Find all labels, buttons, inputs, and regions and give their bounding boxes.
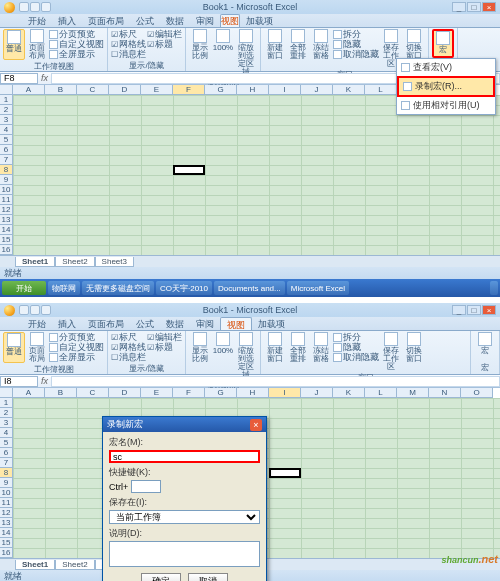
col-header[interactable]: C xyxy=(77,85,109,95)
taskbar-item[interactable]: Microsoft Excel xyxy=(287,281,349,295)
page-layout-button[interactable]: 页面布局 xyxy=(26,29,48,60)
col-header[interactable]: C xyxy=(77,388,109,398)
zoom-selection-button[interactable]: 缩放到选定区域 xyxy=(235,29,257,76)
select-all-corner[interactable] xyxy=(0,85,13,95)
col-header[interactable]: H xyxy=(237,85,269,95)
new-window-button[interactable]: 新建窗口 xyxy=(264,332,286,371)
col-header[interactable]: F xyxy=(173,85,205,95)
col-header[interactable]: D xyxy=(109,388,141,398)
macros-button[interactable]: 宏 xyxy=(432,29,454,58)
tab-insert[interactable]: 插入 xyxy=(52,317,82,330)
row-header[interactable]: 8 xyxy=(0,468,13,478)
tab-review[interactable]: 审阅 xyxy=(190,14,220,27)
msgbar-check[interactable]: ☐消息栏 xyxy=(111,352,146,362)
row-header[interactable]: 12 xyxy=(0,508,13,518)
taskbar-item[interactable]: CO天宇·2010 xyxy=(156,281,212,295)
row-header[interactable]: 15 xyxy=(0,538,13,548)
record-macro-item[interactable]: 录制宏(R)... xyxy=(397,76,495,97)
zoom-selection-button[interactable]: 缩放到选定区域 xyxy=(235,332,257,379)
tab-data[interactable]: 数据 xyxy=(160,317,190,330)
row-header[interactable]: 15 xyxy=(0,235,13,245)
fx-button[interactable]: fx xyxy=(38,73,51,83)
sheet-tab-1[interactable]: Sheet1 xyxy=(15,257,55,267)
start-button[interactable]: 开始 xyxy=(2,281,46,295)
row-header[interactable]: 2 xyxy=(0,105,13,115)
row-header[interactable]: 2 xyxy=(0,408,13,418)
col-header[interactable]: K xyxy=(333,388,365,398)
row-header[interactable]: 14 xyxy=(0,225,13,235)
col-header[interactable]: B xyxy=(45,85,77,95)
qat-redo-icon[interactable] xyxy=(41,2,51,12)
save-workspace-button[interactable]: 保存工作区 xyxy=(380,332,402,371)
name-box[interactable]: I8 xyxy=(0,376,38,387)
dialog-close-button[interactable]: × xyxy=(250,419,262,431)
col-header[interactable]: J xyxy=(301,388,333,398)
close-button[interactable]: × xyxy=(482,2,496,12)
description-input[interactable] xyxy=(109,541,260,567)
col-header[interactable]: E xyxy=(141,388,173,398)
col-header[interactable]: N xyxy=(429,388,461,398)
office-button[interactable] xyxy=(4,2,15,13)
msgbar-check[interactable]: ☐消息栏 xyxy=(111,49,146,59)
fx-button[interactable]: fx xyxy=(38,376,51,386)
col-header[interactable]: B xyxy=(45,388,77,398)
view-macros-item[interactable]: 查看宏(V) xyxy=(397,59,495,76)
sheet-tab-2[interactable]: Sheet2 xyxy=(55,560,94,570)
row-header[interactable]: 5 xyxy=(0,438,13,448)
sheet-tab-1[interactable]: Sheet1 xyxy=(15,560,55,570)
dialog-titlebar[interactable]: 录制新宏 × xyxy=(103,417,266,432)
qat-undo-icon[interactable] xyxy=(30,305,40,315)
close-button[interactable]: × xyxy=(482,305,496,315)
col-header[interactable]: E xyxy=(141,85,173,95)
sheet-tab-3[interactable]: Sheet3 xyxy=(95,257,134,267)
row-header[interactable]: 4 xyxy=(0,428,13,438)
row-header[interactable]: 13 xyxy=(0,215,13,225)
maximize-button[interactable]: □ xyxy=(467,305,481,315)
tab-addins[interactable]: 加载项 xyxy=(252,317,291,330)
taskbar-item[interactable]: Documents and... xyxy=(214,281,285,295)
qat-redo-icon[interactable] xyxy=(41,305,51,315)
qat-undo-icon[interactable] xyxy=(30,2,40,12)
active-cell[interactable] xyxy=(173,165,205,175)
tab-home[interactable]: 开始 xyxy=(22,317,52,330)
formula-input[interactable] xyxy=(51,376,500,387)
row-header[interactable]: 7 xyxy=(0,458,13,468)
minimize-button[interactable]: _ xyxy=(452,2,466,12)
active-cell[interactable] xyxy=(269,468,301,478)
normal-view-button[interactable]: 普通 xyxy=(3,29,25,60)
col-header[interactable]: A xyxy=(13,85,45,95)
row-header[interactable]: 9 xyxy=(0,478,13,488)
row-header[interactable]: 7 xyxy=(0,155,13,165)
row-header[interactable]: 10 xyxy=(0,185,13,195)
unhide-button[interactable]: 取消隐藏 xyxy=(333,49,379,59)
freeze-panes-button[interactable]: 冻结窗格 xyxy=(310,332,332,371)
col-header[interactable]: D xyxy=(109,85,141,95)
row-header[interactable]: 11 xyxy=(0,195,13,205)
page-layout-button[interactable]: 页面布局 xyxy=(26,332,48,363)
tab-addins[interactable]: 加载项 xyxy=(240,14,279,27)
row-header[interactable]: 6 xyxy=(0,448,13,458)
macro-name-input[interactable] xyxy=(109,450,260,463)
row-header[interactable]: 13 xyxy=(0,518,13,528)
row-header[interactable]: 3 xyxy=(0,418,13,428)
col-header[interactable]: F xyxy=(173,388,205,398)
system-tray[interactable] xyxy=(490,281,498,295)
tab-review[interactable]: 审阅 xyxy=(190,317,220,330)
tab-insert[interactable]: 插入 xyxy=(52,14,82,27)
headings-check[interactable]: ☑标题 xyxy=(147,342,182,352)
macros-button[interactable]: 宏 xyxy=(474,332,496,361)
select-all-corner[interactable] xyxy=(0,388,13,398)
arrange-all-button[interactable]: 全部重排 xyxy=(287,332,309,371)
zoom-button[interactable]: 显示比例 xyxy=(189,332,211,379)
maximize-button[interactable]: □ xyxy=(467,2,481,12)
row-header[interactable]: 3 xyxy=(0,115,13,125)
row-header[interactable]: 14 xyxy=(0,528,13,538)
headings-check[interactable]: ☑标题 xyxy=(147,39,182,49)
zoom-button[interactable]: 显示比例 xyxy=(189,29,211,76)
tab-layout[interactable]: 页面布局 xyxy=(82,14,130,27)
col-header[interactable]: G xyxy=(205,388,237,398)
taskbar-item[interactable]: 物联网 xyxy=(48,281,80,295)
col-header[interactable]: G xyxy=(205,85,237,95)
tab-formulas[interactable]: 公式 xyxy=(130,14,160,27)
col-header[interactable]: K xyxy=(333,85,365,95)
